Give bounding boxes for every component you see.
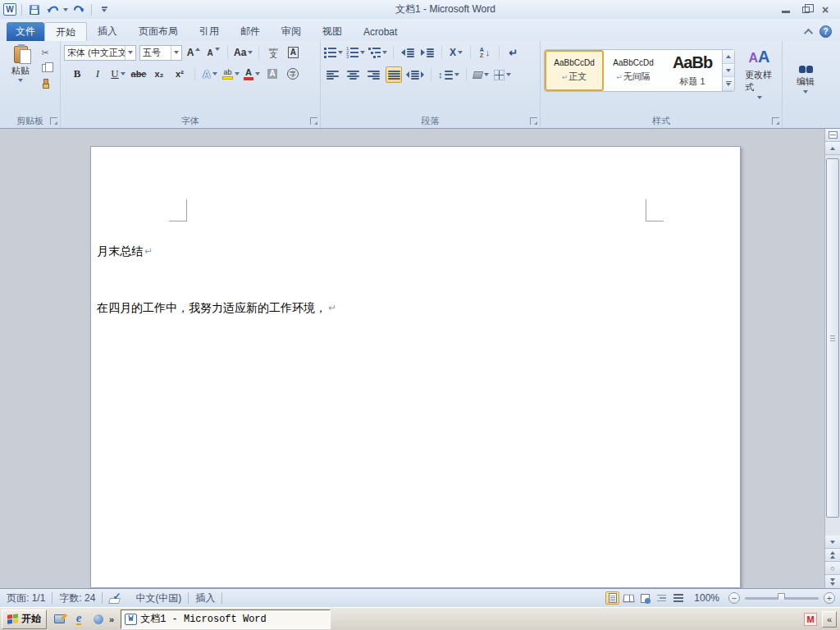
increase-indent-button[interactable] (419, 44, 436, 61)
taskbar-word-button[interactable]: W 文档1 - Microsoft Word (121, 609, 331, 629)
draft-view-button[interactable] (671, 591, 685, 605)
show-hide-marks-button[interactable]: ↵ (505, 44, 522, 61)
quicklaunch-internet-explorer[interactable]: e (71, 612, 86, 627)
quicklaunch-app[interactable] (91, 612, 106, 627)
distributed-button[interactable] (406, 66, 424, 83)
enclose-characters-button[interactable]: 字 (285, 66, 301, 82)
styles-dialog-launcher[interactable] (772, 117, 779, 125)
gallery-scroll-down[interactable] (723, 64, 734, 78)
cut-button[interactable]: ✂ (38, 46, 52, 59)
scrollbar-thumb[interactable] (826, 158, 839, 518)
word-app-icon[interactable]: W (3, 3, 16, 16)
page-number-indicator[interactable]: 页面: 1/1 (0, 589, 52, 607)
align-right-button[interactable] (365, 66, 381, 83)
redo-button[interactable] (71, 2, 86, 16)
restore-button[interactable] (799, 5, 812, 15)
strikethrough-button[interactable]: abe (130, 66, 147, 82)
change-styles-button[interactable]: AA 更改样式 (740, 46, 778, 101)
highlight-button[interactable]: ab (222, 66, 240, 82)
previous-page-button[interactable] (825, 549, 840, 562)
paste-dropdown-arrow[interactable] (18, 79, 23, 82)
scrollbar-track[interactable] (825, 155, 840, 536)
close-button[interactable]: × (819, 5, 832, 15)
zoom-slider-track[interactable] (745, 597, 819, 600)
format-painter-button[interactable] (38, 77, 52, 90)
bullets-button[interactable] (324, 44, 343, 61)
tray-collapse-button[interactable]: « (822, 611, 837, 628)
font-size-dropdown[interactable] (171, 46, 181, 60)
save-button[interactable] (27, 2, 42, 16)
asian-layout-button[interactable]: X (448, 44, 464, 61)
superscript-button[interactable]: x² (171, 66, 188, 82)
subscript-button[interactable]: x₂ (151, 66, 167, 82)
tab-references[interactable]: 引用 (189, 22, 230, 41)
clipboard-dialog-launcher[interactable] (50, 117, 57, 125)
tab-file[interactable]: 文件 (7, 22, 44, 41)
sort-button[interactable]: AZ ↓ (477, 44, 493, 61)
grow-font-button[interactable]: A (185, 44, 202, 61)
next-page-button[interactable] (825, 575, 840, 588)
text-effects-button[interactable]: A (202, 66, 218, 82)
tab-review[interactable]: 审阅 (271, 22, 312, 41)
language-indicator[interactable]: 中文(中国) (129, 589, 188, 607)
editing-button[interactable]: 编辑 (792, 46, 819, 113)
help-button[interactable]: ? (819, 25, 832, 38)
undo-dropdown-arrow[interactable] (63, 8, 68, 11)
font-size-combo[interactable]: 五号 (139, 45, 182, 61)
doc-line-1[interactable]: 月末总结↵ (97, 242, 336, 261)
style-normal[interactable]: AaBbCcDd ↵正文 (545, 50, 604, 91)
print-layout-view-button[interactable] (605, 591, 619, 605)
undo-button[interactable] (45, 2, 60, 16)
minimize-button[interactable] (779, 5, 792, 15)
customize-qat-button[interactable] (97, 2, 112, 16)
scroll-down-button[interactable] (825, 536, 840, 549)
outline-view-button[interactable] (655, 591, 669, 605)
phonetic-guide-button[interactable]: wén 文 (265, 44, 281, 61)
decrease-indent-button[interactable] (399, 44, 416, 61)
shading-button[interactable] (473, 66, 490, 83)
paste-button[interactable]: 粘贴 (3, 44, 38, 82)
character-shading-button[interactable]: A (264, 66, 281, 82)
quicklaunch-show-desktop[interactable] (52, 612, 66, 627)
style-no-spacing[interactable]: AaBbCcDd ↵无间隔 (604, 50, 663, 91)
scroll-up-button[interactable] (825, 142, 840, 155)
document-text[interactable]: 月末总结↵ 在四月的工作中，我努力适应新的工作环境，↵ (97, 204, 336, 355)
shrink-font-button[interactable]: A (205, 44, 221, 61)
insert-mode-indicator[interactable]: 插入 (189, 589, 221, 607)
character-border-button[interactable]: A (285, 44, 301, 61)
tray-m-icon[interactable]: M (804, 613, 817, 626)
change-case-button[interactable]: Aa (234, 44, 253, 61)
word-count-indicator[interactable]: 字数: 24 (52, 589, 102, 607)
line-spacing-button[interactable]: ↕ (438, 66, 459, 83)
paragraph-dialog-launcher[interactable] (530, 117, 537, 125)
font-name-combo[interactable]: 宋体 (中文正文 (64, 45, 136, 61)
zoom-slider-thumb[interactable] (778, 593, 785, 603)
zoom-out-button[interactable]: − (728, 592, 740, 604)
underline-button[interactable]: U (110, 66, 126, 82)
gallery-scroll-up[interactable] (723, 50, 734, 64)
quicklaunch-overflow-button[interactable]: » (109, 614, 114, 624)
tab-insert[interactable]: 插入 (87, 22, 128, 41)
gallery-more-button[interactable] (723, 77, 734, 91)
align-left-button[interactable] (324, 66, 340, 83)
bold-button[interactable]: B (69, 66, 85, 82)
tab-acrobat[interactable]: Acrobat (353, 22, 408, 41)
justify-button[interactable] (386, 66, 402, 83)
fullscreen-reading-view-button[interactable] (622, 591, 636, 605)
tab-page-layout[interactable]: 页面布局 (128, 22, 189, 41)
align-center-button[interactable] (345, 66, 361, 83)
italic-button[interactable]: I (89, 66, 106, 82)
font-name-dropdown[interactable] (125, 46, 135, 60)
style-heading1[interactable]: AaBb 标题 1 (663, 50, 722, 91)
borders-button[interactable] (494, 66, 511, 83)
spell-check-indicator[interactable]: ✓ (103, 589, 129, 607)
minimize-ribbon-icon[interactable] (804, 28, 813, 37)
ruler-toggle-button[interactable] (825, 129, 840, 142)
zoom-in-button[interactable]: + (824, 592, 835, 604)
tab-view[interactable]: 视图 (312, 22, 353, 41)
web-layout-view-button[interactable] (638, 591, 652, 605)
zoom-level[interactable]: 100% (694, 592, 719, 604)
numbering-button[interactable]: 123 (346, 44, 365, 61)
tab-home[interactable]: 开始 (44, 22, 87, 41)
font-color-button[interactable]: A (244, 66, 260, 82)
